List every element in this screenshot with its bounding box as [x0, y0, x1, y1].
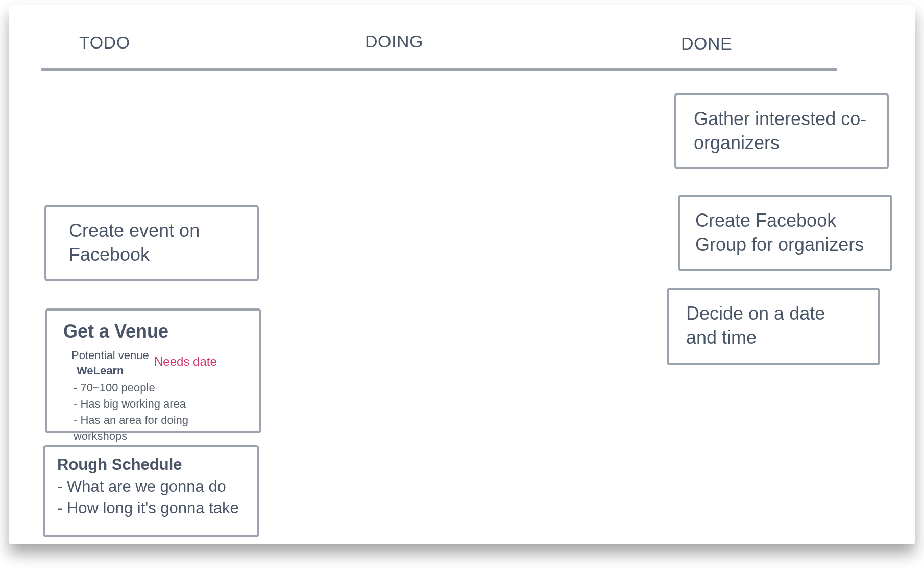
- column-header-todo: TODO: [79, 33, 130, 53]
- venue-bullet: - Has an area for doing workshops: [74, 412, 245, 445]
- card-title: Decide on a date and time: [686, 302, 861, 350]
- header-divider: [41, 68, 837, 71]
- schedule-line: - What are we gonna do: [57, 476, 245, 497]
- venue-bullets: - 70~100 people - Has big working area -…: [74, 379, 245, 445]
- column-header-done: DONE: [681, 34, 732, 54]
- card-title: Get a Venue: [63, 320, 245, 344]
- venue-needs-date-tag: Needs date: [154, 354, 217, 369]
- card-gather-coorganizers[interactable]: Gather interested co-organizers: [674, 93, 889, 169]
- card-get-a-venue[interactable]: Get a Venue Potential venue WeLearn Need…: [45, 308, 261, 433]
- card-title: Rough Schedule: [57, 456, 245, 474]
- card-create-fb-group[interactable]: Create Facebook Group for organizers: [678, 195, 892, 271]
- card-create-event-facebook[interactable]: Create event on Facebook: [44, 205, 259, 281]
- card-title: Gather interested co-organizers: [694, 107, 869, 155]
- board-page: TODO DOING DONE Gather interested co-org…: [9, 5, 915, 544]
- kanban-board-canvas: TODO DOING DONE Gather interested co-org…: [0, 0, 924, 570]
- card-title: Create Facebook Group for organizers: [695, 209, 875, 257]
- venue-bullet: - 70~100 people: [74, 379, 245, 396]
- column-header-doing: DOING: [365, 32, 423, 52]
- card-decide-date[interactable]: Decide on a date and time: [667, 288, 880, 365]
- venue-bullet: - Has big working area: [74, 396, 245, 412]
- schedule-line: - How long it's gonna take: [57, 497, 245, 519]
- card-rough-schedule[interactable]: Rough Schedule - What are we gonna do - …: [43, 445, 259, 537]
- card-title: Create event on Facebook: [69, 219, 234, 267]
